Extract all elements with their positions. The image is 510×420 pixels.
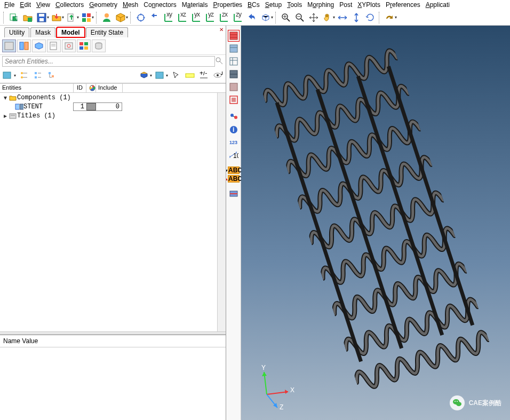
abc-down-button[interactable]: ▼ABC xyxy=(228,167,240,174)
mode-cylinder-button[interactable] xyxy=(92,39,106,52)
zoom-in-button[interactable] xyxy=(280,11,292,24)
menu-applications[interactable]: Applicati xyxy=(426,1,450,9)
tree-row[interactable]: STENT 1 0 xyxy=(0,102,226,111)
menu-preferences[interactable]: Preferences xyxy=(386,1,420,9)
menu-properties[interactable]: Properties xyxy=(213,1,242,9)
filter-tree2-button[interactable] xyxy=(32,70,44,81)
import-button[interactable] xyxy=(50,11,63,24)
menu-xyplots[interactable]: XYPlots xyxy=(357,1,380,9)
iso-button[interactable] xyxy=(259,11,272,24)
tree-body[interactable]: ▾Components (1)STENT 1 0▸Titles (1) xyxy=(0,93,226,331)
menu-edit[interactable]: Edit xyxy=(20,1,31,9)
axis-xy-button[interactable]: xy xyxy=(162,11,175,24)
rotate-button[interactable] xyxy=(364,11,377,24)
mode-standard-button[interactable] xyxy=(2,39,16,52)
numbers-button[interactable]: 123 xyxy=(228,137,240,148)
user-button[interactable] xyxy=(100,11,113,24)
display-color-button[interactable] xyxy=(138,70,150,81)
redo-arc-button[interactable] xyxy=(383,11,396,24)
axis-yz-button[interactable]: yz xyxy=(204,11,217,24)
modules-button[interactable] xyxy=(80,11,93,24)
svg-point-96 xyxy=(457,401,458,402)
measure-button[interactable]: 10 xyxy=(228,149,240,161)
eye-icon[interactable]: 1 xyxy=(212,70,224,81)
svg-rect-46 xyxy=(35,76,37,78)
zoom-out-button[interactable] xyxy=(293,11,306,24)
highlight-button[interactable] xyxy=(184,70,196,81)
menu-connectors[interactable]: Connectors xyxy=(144,1,176,9)
component-button[interactable] xyxy=(114,11,127,24)
search-icon[interactable] xyxy=(215,57,224,67)
pan-button[interactable] xyxy=(307,11,320,24)
shade-elements-button[interactable] xyxy=(228,30,240,42)
tab-model[interactable]: Model xyxy=(57,27,85,37)
hand-button[interactable] xyxy=(321,11,334,24)
menu-mesh[interactable]: Mesh xyxy=(123,1,138,9)
tab-utility[interactable]: Utility xyxy=(4,27,29,37)
section-button[interactable] xyxy=(228,188,240,200)
mode-solver-button[interactable] xyxy=(32,39,46,52)
axis-zy-button[interactable]: zy xyxy=(232,11,244,24)
menu-morphing[interactable]: Morphing xyxy=(307,1,334,9)
menu-materials[interactable]: Materials xyxy=(182,1,208,9)
fit-view-button[interactable] xyxy=(134,11,147,24)
mode-boxes-button[interactable] xyxy=(77,39,91,52)
menu-bcs[interactable]: BCs xyxy=(248,1,260,9)
transparent-button[interactable] xyxy=(228,94,240,106)
menu-tools[interactable]: Tools xyxy=(287,1,302,9)
menu-file[interactable]: File xyxy=(4,1,14,9)
undo-button[interactable] xyxy=(148,11,161,24)
menu-post[interactable]: Post xyxy=(339,1,352,9)
new-button[interactable]: + xyxy=(7,11,20,24)
wire-only-button[interactable] xyxy=(228,56,240,67)
filter-tree3-button[interactable] xyxy=(46,70,58,81)
tree-row[interactable]: ▾Components (1) xyxy=(0,93,226,102)
col-color[interactable] xyxy=(86,84,96,92)
tree-row[interactable]: ▸Titles (1) xyxy=(0,111,226,120)
property-panel: Name Value xyxy=(0,335,226,420)
search-input[interactable] xyxy=(2,56,215,67)
menu-collectors[interactable]: Collectors xyxy=(55,1,84,9)
svg-point-53 xyxy=(217,74,219,76)
3d-viewport[interactable]: X Y Z CAE案例酷 xyxy=(241,26,510,420)
find-button[interactable] xyxy=(228,111,240,123)
info-icon[interactable]: i xyxy=(228,124,240,136)
cursor-icon[interactable] xyxy=(170,70,182,81)
axis-yx-button[interactable]: yx xyxy=(190,11,203,24)
svg-line-84 xyxy=(267,392,288,394)
wire-shade-button[interactable] xyxy=(228,68,240,80)
tab-mask[interactable]: Mask xyxy=(30,27,55,37)
menu-geometry[interactable]: Geometry xyxy=(89,1,117,9)
reverse-button[interactable] xyxy=(245,11,258,24)
svg-point-95 xyxy=(455,401,456,402)
panel-close-icon[interactable]: ✕ xyxy=(219,27,224,33)
folder-comp-icon xyxy=(9,94,17,101)
filter-tree1-button[interactable] xyxy=(18,70,30,81)
hidden-line-button[interactable] xyxy=(228,81,240,93)
svg-text:10: 10 xyxy=(233,152,238,159)
abc-up-button[interactable]: ▲ABC xyxy=(228,175,240,183)
display-style-button[interactable] xyxy=(154,70,166,81)
col-include[interactable]: Include xyxy=(96,84,123,92)
tree-scrollbar[interactable] xyxy=(217,93,226,331)
axis-zx-button[interactable]: zx xyxy=(218,11,230,24)
mode-include-button[interactable] xyxy=(17,39,31,52)
entity-icon xyxy=(15,103,23,110)
filter-type-button[interactable] xyxy=(2,70,14,81)
svg-point-12 xyxy=(105,13,109,18)
menu-view[interactable]: View xyxy=(36,1,50,9)
mode-sheet-button[interactable] xyxy=(47,39,61,52)
arrows-v-button[interactable] xyxy=(350,11,363,24)
arrows-h-button[interactable] xyxy=(336,11,349,24)
export-button[interactable] xyxy=(65,11,78,24)
col-id[interactable]: ID xyxy=(74,84,86,92)
shade-geom-button[interactable] xyxy=(228,43,240,54)
mode-query-button[interactable] xyxy=(62,39,76,52)
save-button[interactable] xyxy=(35,11,48,24)
col-entities[interactable]: Entities xyxy=(0,84,74,92)
tab-entity-state[interactable]: Entity State xyxy=(86,27,128,37)
axis-xz-button[interactable]: xz xyxy=(176,11,189,24)
open-button[interactable] xyxy=(21,11,34,24)
menu-setup[interactable]: Setup xyxy=(265,1,282,9)
show-hide-button[interactable]: +/- xyxy=(198,70,210,81)
